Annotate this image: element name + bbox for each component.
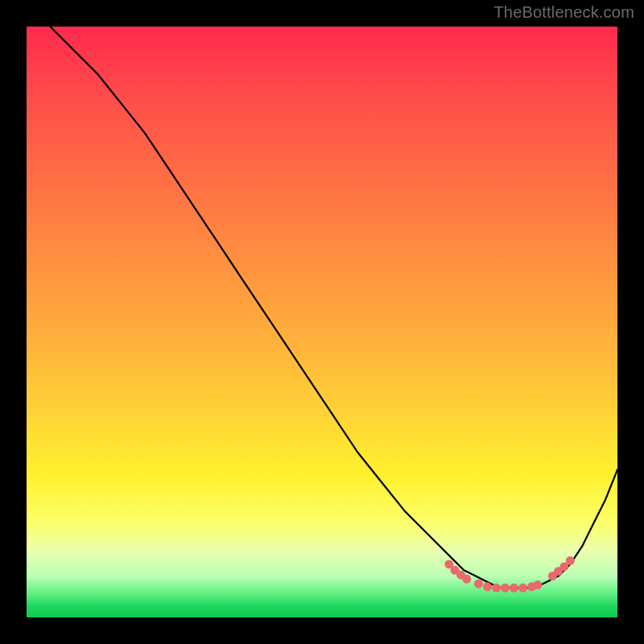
plot-svg (27, 27, 617, 617)
watermark-text: TheBottleneck.com (493, 3, 634, 22)
plot-area (27, 27, 617, 617)
marker-group (444, 556, 575, 592)
chart-frame: TheBottleneck.com (0, 0, 644, 644)
curve-marker (533, 580, 542, 589)
curve-marker (501, 584, 510, 592)
curve-marker (518, 584, 527, 592)
curve-marker (462, 575, 471, 584)
curve-marker (566, 556, 575, 565)
curve-marker (492, 584, 501, 592)
curve-marker (483, 582, 492, 591)
bottleneck-curve (27, 27, 617, 588)
curve-marker (510, 584, 518, 592)
curve-marker (474, 580, 483, 588)
